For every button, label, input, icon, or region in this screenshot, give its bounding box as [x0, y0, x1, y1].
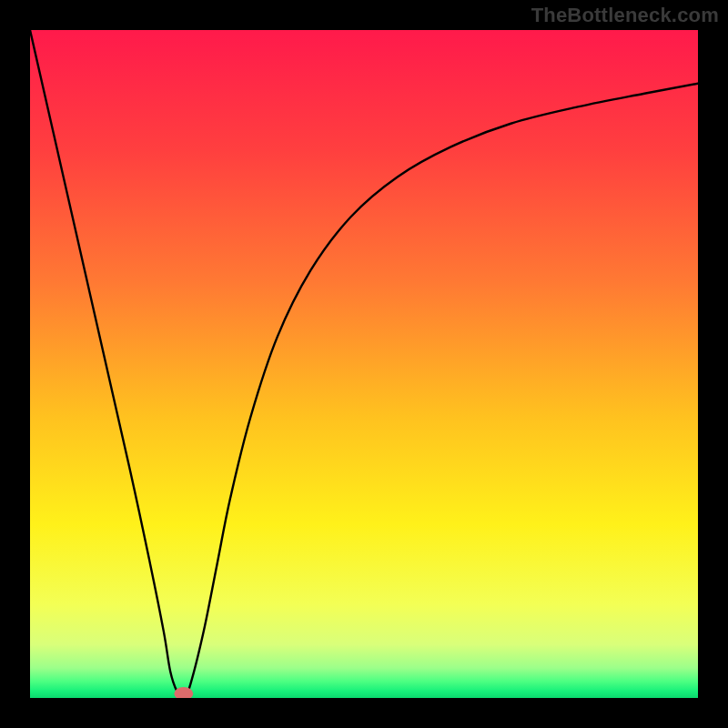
- chart-frame: TheBottleneck.com: [0, 0, 728, 728]
- plot-background: [30, 30, 698, 698]
- bottleneck-plot: [30, 30, 698, 698]
- source-watermark: TheBottleneck.com: [531, 4, 719, 27]
